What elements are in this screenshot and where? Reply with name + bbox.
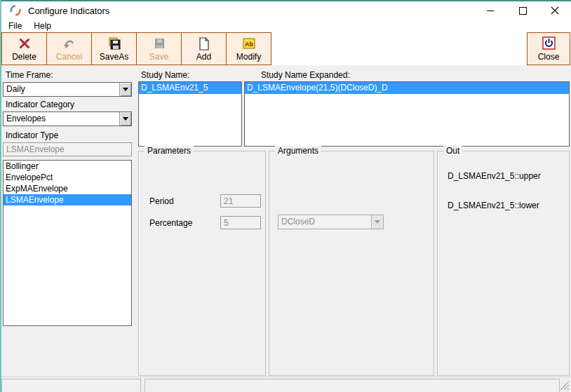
close-button[interactable]: Close (527, 32, 570, 65)
delete-button[interactable]: Delete (1, 32, 47, 65)
out-item-upper: D_LSMAEnv21_5::upper (448, 171, 541, 181)
arguments-legend: Arguments (275, 146, 321, 156)
modify-button-label: Modify (236, 53, 261, 61)
out-item-lower: D_LSMAEnv21_5::lower (448, 201, 539, 210)
period-label: Period (149, 196, 174, 206)
indicator-list[interactable]: Bollinger EnvelopePct ExpMAEnvelope LSMA… (3, 160, 132, 326)
new-document-icon (199, 36, 210, 50)
save-as-button[interactable]: SaveAs (91, 32, 137, 65)
modify-button[interactable]: Ab Modify (226, 32, 271, 65)
maximize-icon (519, 7, 527, 15)
minimize-button[interactable] (474, 1, 506, 20)
time-frame-label: Time Frame: (6, 70, 53, 80)
list-item[interactable]: ExpMAEnvelope (4, 183, 131, 194)
status-panel-left (1, 379, 141, 392)
list-item[interactable]: EnvelopePct (4, 172, 131, 183)
menu-item-file[interactable]: File (4, 21, 27, 31)
save-icon (153, 36, 166, 50)
time-frame-dropdown-button[interactable] (119, 83, 131, 96)
close-button-label: Close (538, 52, 560, 62)
menu-item-help[interactable]: Help (29, 21, 56, 31)
study-name-expanded-item-selected[interactable]: D_LSMAEnvelope(21,5)(DCloseD)_D (245, 82, 569, 94)
percentage-input: 5 (220, 216, 261, 229)
list-item-selected[interactable]: LSMAEnvelope (4, 194, 131, 205)
indicator-category-dropdown-button[interactable] (119, 112, 131, 126)
study-name-item-selected[interactable]: D_LSMAEnv21_5 (139, 82, 241, 94)
chevron-down-icon (375, 220, 380, 224)
window-top-border (0, 0, 571, 1)
study-name-expanded-list[interactable]: D_LSMAEnvelope(21,5)(DCloseD)_D (244, 81, 570, 147)
study-name-expanded-label: Study Name Expanded: (261, 70, 350, 80)
indicator-type-input: LSMAEnvelope (3, 142, 132, 156)
status-panel-right (145, 379, 560, 392)
delete-x-icon (18, 36, 31, 50)
window-title: Configure Indicators (28, 6, 109, 16)
app-swirl-icon (8, 4, 22, 18)
out-group: Out D_LSMAEnv21_5::upper D_LSMAEnv21_5::… (437, 151, 570, 376)
add-button[interactable]: Add (181, 32, 227, 65)
parameters-group: Parameters Period 21 Percentage 5 (138, 151, 266, 376)
save-as-button-label: SaveAs (100, 53, 128, 61)
indicator-type-label: Indicator Type (6, 130, 58, 140)
out-legend: Out (443, 146, 462, 156)
arguments-value: DCloseD (278, 215, 371, 229)
cancel-button[interactable]: Cancel (46, 32, 92, 65)
delete-button-label: Delete (12, 53, 36, 61)
modify-ab-icon: Ab (243, 36, 255, 50)
title-bar: Configure Indicators (1, 1, 571, 20)
list-item[interactable]: Bollinger (4, 161, 131, 172)
arguments-select: DCloseD (278, 215, 384, 229)
save-as-icon (108, 36, 121, 50)
resize-grip[interactable] (560, 381, 570, 391)
indicator-category-label: Indicator Category (6, 100, 74, 109)
period-input: 21 (220, 194, 261, 208)
toolbar: Delete Cancel (1, 32, 571, 65)
cancel-button-label: Cancel (56, 53, 82, 61)
chevron-down-icon (123, 88, 128, 91)
menu-bar: File Help (1, 20, 571, 32)
arguments-dropdown-button (371, 215, 383, 229)
study-name-label: Study Name: (141, 70, 189, 80)
percentage-label: Percentage (149, 218, 192, 228)
toolbar-button-group: Delete Cancel (1, 32, 271, 65)
add-button-label: Add (196, 53, 211, 61)
status-bar (1, 377, 571, 392)
chevron-down-icon (123, 117, 128, 121)
window-close-icon (551, 6, 559, 15)
save-button-label: Save (149, 53, 168, 61)
parameters-legend: Parameters (145, 146, 194, 156)
power-icon (542, 36, 556, 50)
save-button[interactable]: Save (136, 32, 182, 65)
indicator-category-value: Envelopes (4, 112, 119, 126)
minimize-icon (487, 7, 495, 15)
arguments-group: Arguments DCloseD (269, 151, 434, 376)
configure-indicators-window: Configure Indicators File Help Delete (0, 0, 571, 392)
window-left-border (0, 0, 1, 392)
svg-text:Ab: Ab (245, 41, 253, 48)
undo-arrow-icon (62, 36, 76, 50)
time-frame-value: Daily (4, 83, 119, 96)
study-name-list[interactable]: D_LSMAEnv21_5 (138, 81, 242, 147)
time-frame-select[interactable]: Daily (3, 82, 132, 97)
maximize-button[interactable] (506, 1, 539, 20)
indicator-category-select[interactable]: Envelopes (3, 111, 132, 126)
window-close-button[interactable] (539, 1, 571, 20)
